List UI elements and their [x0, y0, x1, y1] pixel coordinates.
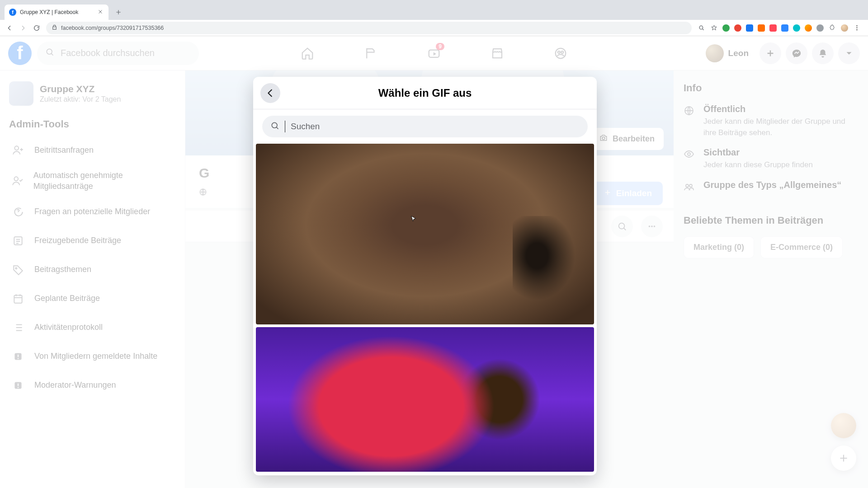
gif-result[interactable]: [256, 144, 594, 324]
extension-icon[interactable]: [734, 24, 741, 32]
extensions-puzzle-icon[interactable]: [828, 24, 836, 31]
address-bar: facebook.com/groups/732091717535366: [0, 20, 868, 36]
nav-forward-icon: [19, 24, 27, 32]
gif-picker-modal: Wähle ein GIF aus Suchen: [253, 77, 597, 475]
zoom-icon[interactable]: [697, 24, 705, 31]
extension-icon[interactable]: [793, 24, 800, 32]
extension-icon[interactable]: [781, 24, 788, 32]
facebook-favicon-icon: f: [9, 9, 16, 16]
close-tab-icon[interactable]: [98, 9, 103, 16]
mouse-cursor-icon: [410, 215, 418, 223]
browser-chrome: f Gruppe XYZ | Facebook facebook.com/gro…: [0, 0, 868, 36]
svg-point-1: [856, 25, 857, 26]
tab-title: Gruppe XYZ | Facebook: [20, 9, 78, 15]
extension-icon[interactable]: [816, 24, 824, 32]
extension-icon[interactable]: [769, 24, 777, 32]
gif-result[interactable]: [256, 327, 594, 472]
svg-point-3: [856, 29, 857, 30]
url-text: facebook.com/groups/732091717535366: [61, 25, 164, 31]
chrome-menu-icon[interactable]: [853, 24, 861, 31]
new-tab-button[interactable]: [112, 6, 125, 19]
tab-strip: f Gruppe XYZ | Facebook: [0, 0, 868, 20]
browser-tab[interactable]: f Gruppe XYZ | Facebook: [5, 5, 108, 20]
svg-point-2: [856, 28, 857, 28]
modal-header: Wähle ein GIF aus: [253, 77, 597, 109]
extension-icon[interactable]: [722, 24, 730, 32]
extension-icon[interactable]: [758, 24, 765, 32]
modal-title: Wähle ein GIF aus: [378, 87, 472, 99]
extension-icon[interactable]: [746, 24, 753, 32]
gif-search[interactable]: Suchen: [262, 116, 588, 137]
extension-icons: [697, 24, 863, 32]
back-button[interactable]: [260, 83, 280, 103]
svg-point-0: [699, 26, 703, 29]
extension-icon[interactable]: [805, 24, 812, 32]
chrome-profile-avatar[interactable]: [841, 24, 848, 32]
star-icon[interactable]: [710, 24, 718, 31]
lock-icon: [52, 24, 57, 32]
reload-icon[interactable]: [33, 24, 41, 32]
gif-results: [253, 144, 597, 475]
omnibox[interactable]: facebook.com/groups/732091717535366: [46, 22, 692, 34]
nav-back-icon[interactable]: [5, 24, 14, 32]
